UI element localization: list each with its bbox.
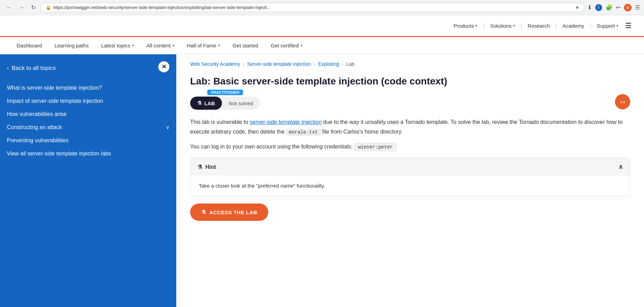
products-chevron-icon: ▾	[475, 24, 477, 28]
nav-separator-2: |	[520, 22, 523, 29]
lab-status-group: LAB Not solved	[190, 97, 260, 110]
hint-content: Take a closer look at the "preferred nam…	[199, 182, 622, 190]
credentials-description: You can log in to your own account using…	[190, 142, 630, 152]
hint-body: Take a closer look at the "preferred nam…	[190, 175, 630, 196]
lab-flask-icon	[197, 100, 202, 106]
profile-icon[interactable]: b	[624, 4, 632, 11]
lab-badge-row: PRACTITIONER LAB Not solved ↦	[190, 94, 630, 110]
lab-description: This lab is vulnerable to server-side te…	[190, 117, 630, 136]
credentials-code: wiener:peter	[354, 143, 396, 151]
sidebar-item-what-is[interactable]: What is server-side template injection?	[7, 81, 169, 94]
sidebar-close-button[interactable]: ✕	[158, 61, 169, 72]
breadcrumb-sep-3: ›	[342, 61, 344, 67]
browser-toolbar: ⬇ ! 🧩 ↩ b ☰	[587, 4, 640, 11]
forward-button[interactable]: →	[17, 4, 26, 11]
ssti-link[interactable]: server-side template injection	[250, 119, 322, 125]
sidebar-item-how-arise[interactable]: How vulnerabilities arise	[7, 108, 169, 121]
hint-flask-icon	[197, 164, 202, 170]
access-lab-button[interactable]: ACCESS THE LAB	[190, 204, 268, 221]
content-area: Web Security Academy › Server-side templ…	[176, 54, 644, 307]
lab-title: Lab: Basic server-side template injectio…	[190, 75, 630, 88]
main-layout: ✕ ‹ Back to all topics What is server-si…	[0, 54, 644, 307]
hint-section: Hint ∧ Take a closer look at the "prefer…	[190, 158, 630, 197]
nav-hall-of-fame[interactable]: Hall of Fame ▾	[181, 37, 226, 54]
hamburger-menu[interactable]: ☰	[623, 19, 634, 32]
morale-code: morale.txt	[286, 129, 321, 136]
nav-separator-1: |	[482, 22, 485, 29]
refresh-button[interactable]: ↻	[29, 3, 38, 11]
url-text: https://portswigger.net/web-security/ser…	[53, 5, 573, 10]
breadcrumb-sep-2: ›	[314, 61, 316, 67]
info-icon[interactable]: !	[595, 4, 602, 11]
lab-badge: LAB	[190, 97, 222, 110]
nav-dashboard[interactable]: Dashboard	[10, 37, 48, 54]
lab-badge-group: PRACTITIONER LAB Not solved	[190, 94, 260, 110]
constructing-chevron-icon: ∨	[166, 125, 169, 130]
nav-separator-3: |	[555, 22, 558, 29]
browser-chrome: ← → ↻ 🔒 https://portswigger.net/web-secu…	[0, 0, 644, 15]
history-icon[interactable]: ↩	[616, 4, 620, 11]
hint-label: Hint	[197, 164, 216, 170]
get-certified-chevron-icon: ▾	[300, 43, 302, 48]
nav-get-started[interactable]: Get started	[226, 37, 264, 54]
share-button[interactable]: ↦	[615, 94, 630, 109]
hall-of-fame-chevron-icon: ▾	[218, 43, 220, 48]
sidebar-back-button[interactable]: ‹ Back to all topics	[7, 65, 169, 72]
sidebar: ✕ ‹ Back to all topics What is server-si…	[0, 54, 176, 307]
bookmark-icon[interactable]: ★	[575, 5, 579, 10]
address-bar[interactable]: 🔒 https://portswigger.net/web-security/s…	[40, 3, 585, 12]
nav-academy[interactable]: Academy	[558, 21, 589, 31]
practitioner-badge: PRACTITIONER	[207, 90, 243, 95]
nav-separator-4: |	[589, 22, 592, 29]
sidebar-item-view-labs[interactable]: View all server-side template injection …	[7, 147, 169, 160]
menu-icon[interactable]: ☰	[635, 4, 640, 11]
share-icon: ↦	[620, 99, 625, 105]
nav-research[interactable]: Research	[523, 21, 554, 31]
breadcrumb-exploiting[interactable]: Exploiting	[318, 61, 339, 67]
breadcrumb-web-security-academy[interactable]: Web Security Academy	[190, 61, 240, 67]
nav-all-content[interactable]: All content ▾	[140, 37, 181, 54]
back-button[interactable]: ←	[4, 4, 14, 11]
lab-not-solved-status: Not solved	[222, 97, 260, 110]
sidebar-item-constructing[interactable]: Constructing an attack ∨	[7, 121, 169, 134]
access-flask-icon	[201, 209, 206, 215]
hint-collapse-icon: ∧	[618, 163, 623, 171]
support-chevron-icon: ▾	[616, 24, 618, 28]
extension-icon[interactable]: 🧩	[606, 4, 613, 11]
nav-products[interactable]: Products ▾	[449, 21, 482, 31]
back-chevron-icon: ‹	[7, 65, 9, 72]
latest-topics-chevron-icon: ▾	[132, 43, 134, 48]
nav-latest-topics[interactable]: Latest topics ▾	[95, 37, 140, 54]
sidebar-item-preventing[interactable]: Preventing vulnerabilities	[7, 134, 169, 147]
nav-solutions[interactable]: Solutions ▾	[485, 21, 520, 31]
breadcrumb: Web Security Academy › Server-side templ…	[190, 61, 630, 67]
breadcrumb-ssti[interactable]: Server-side template injection	[247, 61, 311, 67]
top-nav: Products ▾ | Solutions ▾ | Research | Ac…	[0, 15, 644, 37]
sidebar-item-impact[interactable]: Impact of server-side template injection	[7, 94, 169, 108]
nav-support[interactable]: Support ▾	[592, 21, 623, 31]
solutions-chevron-icon: ▾	[513, 24, 515, 28]
nav-learning-paths[interactable]: Learning paths	[48, 37, 95, 54]
breadcrumb-sep-1: ›	[243, 61, 244, 67]
secondary-nav: Dashboard Learning paths Latest topics ▾…	[0, 37, 644, 54]
hint-header[interactable]: Hint ∧	[190, 158, 630, 175]
all-content-chevron-icon: ▾	[172, 43, 175, 48]
breadcrumb-lab: Lab	[346, 61, 354, 67]
nav-get-certified[interactable]: Get certified ▾	[264, 37, 309, 54]
download-icon[interactable]: ⬇	[587, 4, 592, 11]
